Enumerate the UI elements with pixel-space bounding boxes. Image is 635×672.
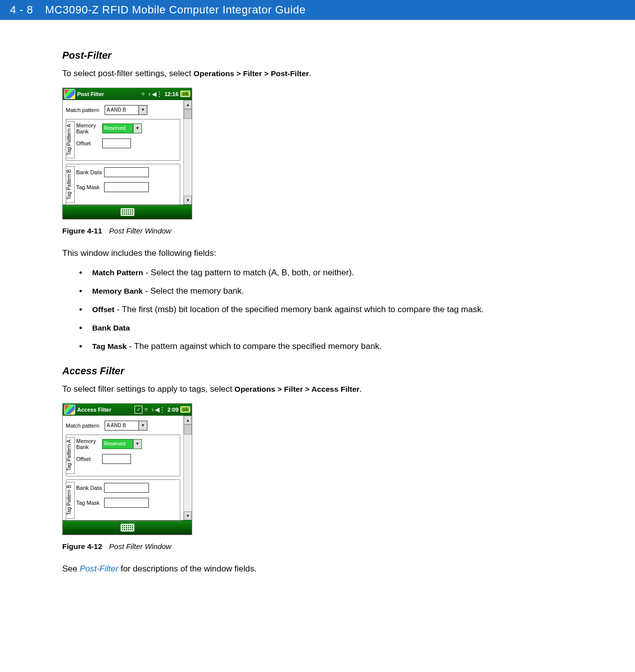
keyboard-icon[interactable] xyxy=(121,208,134,216)
keyboard-icon[interactable] xyxy=(121,524,134,532)
match-pattern-value: A AND B xyxy=(107,423,126,428)
bank-data-label: Bank Data xyxy=(76,169,104,175)
match-pattern-dropdown[interactable]: A AND B ▼ xyxy=(105,105,147,115)
bank-data-input[interactable] xyxy=(104,483,149,493)
post-filter-intro: To select post-filter settings, select O… xyxy=(62,68,578,80)
match-pattern-dropdown[interactable]: A AND B ▼ xyxy=(105,421,147,431)
tag-pattern-a-group: Tag Patttern A Memory Bank Reserved ▼ Of… xyxy=(66,435,180,476)
desc: - Select the tag pattern to match (A, B,… xyxy=(143,268,354,277)
status-icons: ᯤ › ◀⋮ xyxy=(141,91,162,98)
memory-bank-value: Reserved xyxy=(104,441,126,447)
list-item: Match Pattern - Select the tag pattern t… xyxy=(79,267,578,279)
scroll-down-icon[interactable]: ▾ xyxy=(184,196,192,205)
page-content: Post-Filter To select post-filter settin… xyxy=(0,20,635,602)
tag-mask-input[interactable] xyxy=(104,498,149,508)
term: Memory Bank xyxy=(92,287,143,295)
tag-pattern-a-group: Tag Patttern A Memory Bank Reserved ▼ Of… xyxy=(66,119,180,161)
chevron-down-icon: ▼ xyxy=(138,421,147,430)
post-filter-window: Post Filter ᯤ › ◀⋮ 12:16 ok Match patter… xyxy=(62,88,192,220)
start-icon[interactable] xyxy=(64,405,75,415)
scrollbar[interactable]: ▴ ▾ xyxy=(183,416,192,520)
scroll-track[interactable] xyxy=(184,109,192,196)
window-body: Match pattern A AND B ▼ Tag Patttern A M… xyxy=(63,416,192,520)
tag-mask-input[interactable] xyxy=(104,182,149,192)
access-filter-window: Access Filter ✓ ᯤ › ◀⋮ 2:09 ok Match pat… xyxy=(62,403,192,535)
desc: - Select the memory bank. xyxy=(143,286,244,296)
figure-label: Figure 4-12 xyxy=(62,542,102,551)
chevron-down-icon: ▼ xyxy=(138,106,147,114)
intro-text: To select filter settings to apply to ta… xyxy=(62,384,235,394)
scrollbar[interactable]: ▴ ▾ xyxy=(183,100,192,205)
ok-button[interactable]: ok xyxy=(180,406,190,413)
field-list: Match Pattern - Select the tag pattern t… xyxy=(79,267,578,352)
figure-4-12-caption: Figure 4-12Post Filter Window xyxy=(62,542,578,551)
heading-access-filter: Access Filter xyxy=(62,365,578,377)
page-header: 4 - 8 MC3090-Z RFID Mobile Computer Inte… xyxy=(0,0,635,20)
chevron-down-icon: ▼ xyxy=(133,124,141,133)
intro-text: To select post-filter settings, select xyxy=(62,69,194,78)
figure-4-11-caption: Figure 4-11Post Filter Window xyxy=(62,226,578,235)
list-item: Tag Mask - The pattern against which to … xyxy=(79,341,578,352)
term: Match Pattern xyxy=(92,268,143,277)
connectivity-icon: ᯤ › xyxy=(144,406,153,413)
window-title: Access Filter xyxy=(77,407,134,413)
match-pattern-label: Match pattern xyxy=(66,107,105,113)
scroll-thumb[interactable] xyxy=(184,109,192,119)
memory-bank-dropdown[interactable]: Reserved ▼ xyxy=(102,439,142,449)
see-suffix: for descriptions of the window fields. xyxy=(118,564,256,573)
group-b-label: Tag Pattern B xyxy=(66,166,75,203)
speaker-icon: ◀⋮ xyxy=(155,406,165,413)
group-a-label: Tag Patttern A xyxy=(66,437,75,474)
tag-pattern-b-group: Tag Pattern B Bank Data Tag Mask xyxy=(66,164,180,206)
window-body: Match pattern A AND B ▼ Tag Patttern A M… xyxy=(63,100,192,205)
tag-mask-label: Tag Mask xyxy=(76,184,104,190)
bank-data-input[interactable] xyxy=(104,167,149,177)
window-main: Match pattern A AND B ▼ Tag Patttern A M… xyxy=(63,100,183,205)
window-bottombar xyxy=(63,205,192,219)
memory-bank-label: Memory Bank xyxy=(76,438,102,450)
memory-bank-dropdown[interactable]: Reserved ▼ xyxy=(102,123,142,133)
list-item: Bank Data xyxy=(79,323,578,334)
window-titlebar: Post Filter ᯤ › ◀⋮ 12:16 ok xyxy=(63,88,192,100)
scroll-thumb[interactable] xyxy=(184,425,192,435)
page-number: 4 - 8 xyxy=(10,3,33,16)
post-filter-link[interactable]: Post-Filter xyxy=(80,564,118,573)
scroll-up-icon[interactable]: ▴ xyxy=(184,416,192,425)
offset-input[interactable] xyxy=(102,454,131,464)
match-pattern-label: Match pattern xyxy=(66,423,105,429)
window-main: Match pattern A AND B ▼ Tag Patttern A M… xyxy=(63,416,183,520)
scroll-up-icon[interactable]: ▴ xyxy=(184,100,192,109)
match-pattern-value: A AND B xyxy=(107,107,126,112)
connectivity-icon: ᯤ › xyxy=(141,91,150,98)
desc: - The pattern against which to compare t… xyxy=(127,341,382,351)
document-title: MC3090-Z RFID Mobile Computer Integrator… xyxy=(45,3,306,16)
figure-label: Figure 4-11 xyxy=(62,226,102,235)
figure-title: Post Filter Window xyxy=(109,542,171,551)
term: Offset xyxy=(92,305,115,314)
offset-input[interactable] xyxy=(102,138,131,148)
start-icon[interactable] xyxy=(64,89,75,99)
tag-pattern-b-group: Tag Pattern B Bank Data Tag Mask xyxy=(66,479,180,521)
status-icons: ✓ ᯤ › ◀⋮ xyxy=(134,406,165,414)
intro-suffix: . xyxy=(309,69,311,78)
menu-path: Operations > Filter > Post-Filter xyxy=(194,69,309,78)
scroll-track[interactable] xyxy=(184,425,192,511)
list-item: Offset - The first (msb) bit location of… xyxy=(79,304,578,316)
access-filter-intro: To select filter settings to apply to ta… xyxy=(62,384,578,395)
see-reference: See Post-Filter for descriptions of the … xyxy=(62,563,578,575)
tag-mask-label: Tag Mask xyxy=(76,500,104,506)
term: Bank Data xyxy=(92,324,130,332)
offset-label: Offset xyxy=(76,456,102,462)
speaker-icon: ◀⋮ xyxy=(152,91,162,98)
check-icon: ✓ xyxy=(134,406,142,414)
bank-data-label: Bank Data xyxy=(76,485,104,491)
offset-label: Offset xyxy=(76,140,102,146)
list-item: Memory Bank - Select the memory bank. xyxy=(79,286,578,297)
scroll-down-icon[interactable]: ▾ xyxy=(184,511,192,520)
figure-title: Post Filter Window xyxy=(109,226,171,235)
memory-bank-label: Memory Bank xyxy=(76,122,102,134)
group-a-label: Tag Patttern A xyxy=(66,121,75,158)
term: Tag Mask xyxy=(92,342,127,350)
window-bottombar xyxy=(63,520,192,535)
ok-button[interactable]: ok xyxy=(180,91,190,97)
